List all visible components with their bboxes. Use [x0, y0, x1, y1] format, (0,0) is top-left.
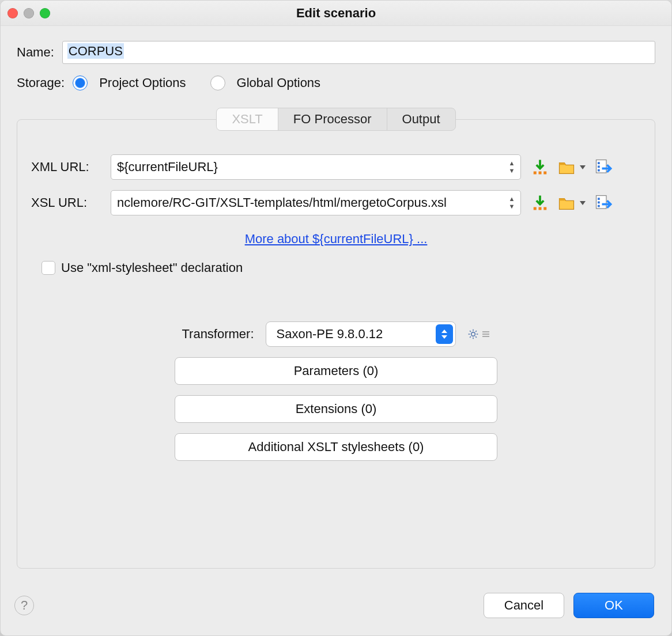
transformer-select[interactable]: Saxon-PE 9.8.0.12	[266, 321, 456, 347]
svg-point-14	[471, 332, 475, 336]
tab-fo[interactable]: FO Processor	[278, 108, 387, 130]
dialog-content: Name: CORPUS Storage: Project Options Gl…	[1, 26, 671, 580]
transformer-label: Transformer:	[182, 327, 254, 342]
svg-line-19	[470, 331, 471, 332]
transformer-value: Saxon-PE 9.8.0.12	[277, 327, 383, 342]
svg-rect-6	[598, 169, 600, 172]
select-chevron-icon	[436, 324, 453, 344]
xml-url-input[interactable]: ${currentFileURL} ▲ ▼	[111, 154, 521, 180]
svg-rect-13	[598, 205, 600, 207]
dialog-window: Edit scenario Name: CORPUS Storage: Proj…	[0, 0, 672, 636]
svg-line-22	[475, 331, 477, 332]
svg-rect-5	[598, 166, 600, 168]
svg-rect-12	[598, 202, 600, 204]
svg-rect-0	[534, 172, 537, 175]
svg-rect-4	[598, 162, 600, 164]
cancel-button[interactable]: Cancel	[484, 593, 564, 618]
additional-stylesheets-button[interactable]: Additional XSLT stylesheets (0)	[175, 433, 497, 461]
more-about-link[interactable]: More about ${currentFileURL} ...	[245, 232, 428, 247]
svg-rect-7	[534, 207, 537, 210]
name-input[interactable]: CORPUS	[62, 41, 655, 64]
dialog-footer: ? Cancel OK	[1, 580, 671, 635]
transformer-settings-button[interactable]	[467, 328, 490, 340]
xml-url-label: XML URL:	[31, 160, 100, 175]
folder-dropdown-caret[interactable]	[580, 201, 586, 205]
xsl-url-value: nclemore/RC-GIT/XSLT-templates/html/merg…	[117, 195, 447, 210]
parameters-button[interactable]: Parameters (0)	[175, 357, 497, 385]
insert-variable-icon[interactable]	[531, 194, 549, 211]
svg-rect-8	[539, 207, 542, 210]
titlebar: Edit scenario	[1, 1, 671, 26]
help-button[interactable]: ?	[14, 596, 34, 615]
folder-dropdown-caret[interactable]	[580, 165, 586, 169]
tab-xslt[interactable]: XSLT	[217, 108, 278, 130]
xml-url-value: ${currentFileURL}	[117, 160, 218, 175]
tab-output[interactable]: Output	[387, 108, 455, 130]
use-xml-stylesheet-label: Use "xml-stylesheet" declaration	[61, 260, 243, 275]
storage-global-label: Global Options	[237, 75, 321, 90]
window-title: Edit scenario	[296, 6, 376, 21]
xslt-panel: XML URL: ${currentFileURL} ▲ ▼	[17, 119, 655, 569]
svg-rect-9	[543, 207, 546, 210]
xsl-url-input[interactable]: nclemore/RC-GIT/XSLT-templates/html/merg…	[111, 190, 521, 215]
storage-project-radio[interactable]	[73, 75, 88, 90]
xml-url-iconbar	[531, 158, 641, 176]
name-label: Name:	[17, 45, 54, 60]
storage-global-radio[interactable]	[210, 75, 225, 90]
svg-rect-1	[539, 172, 542, 175]
chevron-down-icon: ▼	[507, 203, 517, 210]
extensions-button[interactable]: Extensions (0)	[175, 395, 497, 423]
storage-label: Storage:	[17, 75, 65, 90]
window-controls	[7, 8, 50, 18]
browse-folder-icon[interactable]	[558, 158, 575, 176]
xsl-url-stepper[interactable]: ▲ ▼	[507, 196, 517, 210]
chevron-down-icon: ▼	[507, 168, 517, 174]
name-input-value: CORPUS	[67, 43, 124, 59]
open-in-editor-icon[interactable]	[595, 158, 612, 176]
zoom-window-button[interactable]	[40, 8, 50, 18]
xml-url-stepper[interactable]: ▲ ▼	[507, 160, 517, 174]
xsl-url-iconbar	[531, 194, 641, 211]
chevron-up-icon: ▲	[507, 196, 517, 202]
svg-rect-11	[598, 198, 600, 200]
ok-button[interactable]: OK	[573, 593, 654, 618]
storage-project-label: Project Options	[99, 75, 186, 90]
minimize-window-button[interactable]	[24, 8, 34, 18]
use-xml-stylesheet-checkbox[interactable]	[41, 261, 55, 275]
open-in-editor-icon[interactable]	[595, 194, 612, 211]
svg-line-21	[470, 336, 471, 338]
tabstrip: XSLT FO Processor Output	[17, 108, 655, 131]
browse-folder-icon[interactable]	[558, 194, 575, 211]
xsl-url-label: XSL URL:	[31, 195, 100, 210]
insert-variable-icon[interactable]	[531, 158, 549, 176]
close-window-button[interactable]	[7, 8, 18, 18]
chevron-up-icon: ▲	[507, 160, 517, 166]
svg-line-20	[475, 336, 477, 338]
svg-rect-2	[543, 172, 546, 175]
